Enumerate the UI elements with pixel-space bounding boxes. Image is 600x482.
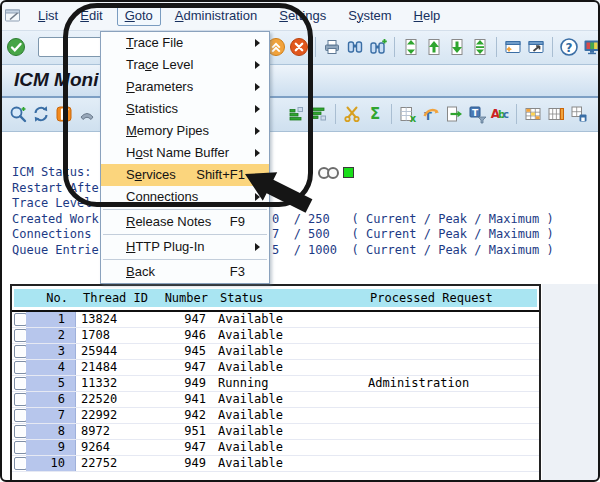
- new-session-icon[interactable]: [503, 37, 523, 57]
- menubar-item-goto[interactable]: Goto: [117, 5, 161, 26]
- submenu-arrow-icon: [255, 243, 260, 251]
- create-shortcut-icon[interactable]: [526, 37, 546, 57]
- menu-item-back[interactable]: BackF3: [101, 261, 269, 283]
- menu-item-trace-level[interactable]: Trace Level: [101, 54, 269, 76]
- table-cell: 942: [156, 408, 206, 423]
- next-page-icon[interactable]: [447, 37, 467, 57]
- table-row[interactable]: 511332949RunningAdministration: [12, 376, 539, 392]
- table-cell: 25944: [76, 344, 156, 359]
- toolbar-separator: [388, 104, 395, 124]
- menu-item-http-plug-in[interactable]: HTTP Plug-In: [101, 236, 269, 258]
- find-icon[interactable]: [345, 37, 365, 57]
- find-next-icon[interactable]: [368, 37, 388, 57]
- row-checkbox[interactable]: [14, 329, 26, 342]
- menu-item-trace-file[interactable]: Trace File: [101, 32, 269, 54]
- f-badge-icon[interactable]: [54, 104, 74, 124]
- menu-item-memory-pipes[interactable]: Memory Pipes: [101, 120, 269, 142]
- menu-item-statistics[interactable]: Statistics: [101, 98, 269, 120]
- menubar-item-settings[interactable]: Settings: [268, 5, 337, 26]
- table-cell: 11332: [76, 376, 156, 391]
- menubar-item-list[interactable]: List: [27, 5, 69, 26]
- cancel-icon[interactable]: [289, 37, 309, 57]
- table-cell: [356, 360, 539, 375]
- cut-icon[interactable]: [342, 104, 362, 124]
- row-checkbox[interactable]: [14, 393, 26, 406]
- table-row[interactable]: 421484947Available: [12, 360, 539, 376]
- table-cell: 945: [156, 344, 206, 359]
- system-menu-icon[interactable]: [3, 5, 23, 25]
- submenu-arrow-icon: [255, 39, 260, 47]
- table-row[interactable]: 21708946Available: [12, 328, 539, 344]
- enter-check-icon[interactable]: [6, 37, 26, 57]
- submenu-arrow-icon: [255, 83, 260, 91]
- menu-item-connections[interactable]: Connections: [101, 186, 269, 208]
- table-row[interactable]: 722992942Available: [12, 408, 539, 424]
- export-file-icon[interactable]: [444, 104, 464, 124]
- table-cell: Available: [206, 312, 356, 327]
- table-row[interactable]: 1022752949Available: [12, 456, 539, 472]
- menu-item-services[interactable]: ServicesShift+F1: [101, 164, 269, 186]
- row-checkbox[interactable]: [14, 377, 26, 390]
- row-checkbox[interactable]: [14, 345, 26, 358]
- menubar-item-system[interactable]: System: [337, 5, 402, 26]
- table-cell: Available: [206, 328, 356, 343]
- print-icon[interactable]: [322, 37, 342, 57]
- table-row[interactable]: 99264947Available: [12, 440, 539, 456]
- table-row[interactable]: 88972951Available: [12, 424, 539, 440]
- refresh-icon[interactable]: [31, 104, 51, 124]
- menu-item-label: Parameters: [126, 76, 193, 98]
- row-checkbox[interactable]: [14, 425, 26, 438]
- row-checkbox[interactable]: [14, 313, 26, 326]
- table-cell: 8: [26, 424, 76, 439]
- first-page-icon[interactable]: [401, 37, 421, 57]
- icm-status-lights: [318, 166, 354, 179]
- status-line: Trace Level: [0, 196, 600, 211]
- sort-asc-icon[interactable]: [286, 104, 306, 124]
- menu-item-label: Trace File: [126, 32, 183, 54]
- filter-icon[interactable]: [467, 104, 487, 124]
- table-cell: 21484: [76, 360, 156, 375]
- table-save-icon[interactable]: [569, 104, 589, 124]
- last-page-icon[interactable]: [470, 37, 490, 57]
- previous-page-icon[interactable]: [424, 37, 444, 57]
- status-line-label: ICM Status:: [12, 165, 91, 180]
- menubar: ListEditGotoAdministrationSettingsSystem…: [0, 0, 600, 31]
- customize-layout-icon[interactable]: [582, 37, 600, 57]
- row-checkbox[interactable]: [14, 441, 26, 454]
- table-cell: [356, 408, 539, 423]
- menu-separator: [103, 234, 267, 235]
- toolbar-separator: [332, 104, 339, 124]
- table-row[interactable]: 622520941Available: [12, 392, 539, 408]
- menu-item-release-notes[interactable]: Release NotesF9: [101, 211, 269, 233]
- icm-status-block: ICM Status:Restart AfteTrace LevelCreate…: [0, 165, 600, 261]
- row-checkbox[interactable]: [14, 409, 26, 422]
- phone-icon[interactable]: [77, 104, 97, 124]
- sort-desc-icon[interactable]: [309, 104, 329, 124]
- table-cell: 22752: [76, 456, 156, 471]
- column-header-status: Status: [208, 289, 358, 307]
- title-bar: ICM Moni: [0, 65, 600, 98]
- word-export-icon[interactable]: [421, 104, 441, 124]
- table-row[interactable]: 325944945Available: [12, 344, 539, 360]
- help-icon[interactable]: [559, 37, 579, 57]
- sum-icon[interactable]: [365, 104, 385, 124]
- table-colors-icon[interactable]: [523, 104, 543, 124]
- abc-search-icon[interactable]: [490, 104, 510, 124]
- row-checkbox[interactable]: [14, 361, 26, 374]
- excel-export-icon[interactable]: [398, 104, 418, 124]
- table-columns-icon[interactable]: [546, 104, 566, 124]
- toolbar-separator: [312, 37, 319, 57]
- menu-item-parameters[interactable]: Parameters: [101, 76, 269, 98]
- menubar-item-help[interactable]: Help: [403, 5, 452, 26]
- menubar-item-edit[interactable]: Edit: [69, 5, 113, 26]
- row-select-cell: [12, 376, 26, 391]
- menu-item-label: Connections: [126, 186, 198, 208]
- menubar-item-administration[interactable]: Administration: [164, 5, 268, 26]
- toolbar-separator: [391, 37, 398, 57]
- details-icon[interactable]: [8, 104, 28, 124]
- row-select-cell: [12, 312, 26, 327]
- menu-item-host-name-buffer[interactable]: Host Name Buffer: [101, 142, 269, 164]
- row-checkbox[interactable]: [14, 457, 26, 470]
- table-row[interactable]: 113824947Available: [12, 312, 539, 328]
- table-cell: 7: [26, 408, 76, 423]
